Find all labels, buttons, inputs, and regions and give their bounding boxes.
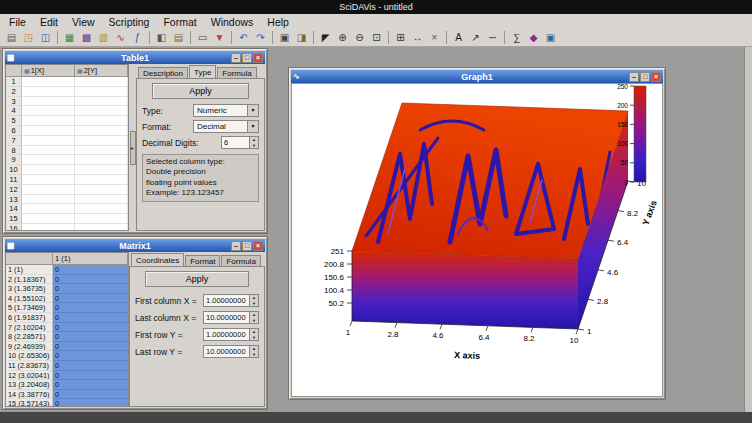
matrix1-corner-cell[interactable] (6, 253, 53, 265)
table-cell[interactable] (22, 195, 75, 205)
matrix-row-header[interactable]: 15 (3.57143) (6, 399, 53, 407)
matrix-row-header[interactable]: 5 (1.73469) (6, 303, 53, 313)
restore-button[interactable]: □ (242, 53, 252, 63)
table-cell[interactable] (22, 204, 75, 214)
matrix-cell[interactable]: 0 (53, 294, 128, 304)
menu-file[interactable]: File (2, 16, 33, 28)
zoom-in-button[interactable]: ⊕ (334, 30, 351, 46)
type-apply-button[interactable]: Apply (152, 83, 249, 99)
spin-down-icon[interactable]: ▼ (250, 143, 258, 149)
row-header[interactable]: 4 (6, 106, 22, 116)
spin-down-icon[interactable]: ▼ (250, 301, 258, 307)
table1-tab-description[interactable]: Description (138, 67, 188, 78)
restore-button[interactable]: □ (242, 241, 252, 251)
export-pdf-button[interactable]: ▼ (211, 30, 228, 46)
menu-view[interactable]: View (65, 16, 102, 28)
close-button[interactable]: × (253, 53, 263, 63)
close-button[interactable]: × (253, 241, 263, 251)
table-cell[interactable] (75, 224, 128, 231)
row-header[interactable]: 7 (6, 136, 22, 146)
spin-down-icon[interactable]: ▼ (250, 318, 258, 324)
table-cell[interactable] (75, 185, 128, 195)
row-header[interactable]: 8 (6, 146, 22, 156)
coord-field-spinbox[interactable]: 1.00000000▲▼ (203, 294, 259, 307)
table-cell[interactable] (22, 77, 75, 87)
matrix-row-header[interactable]: 12 (3.02041) (6, 371, 53, 381)
table-cell[interactable] (22, 155, 75, 165)
undo-button[interactable]: ↶ (235, 30, 252, 46)
table-cell[interactable] (75, 165, 128, 175)
new-table-button[interactable]: ▦ (61, 30, 78, 46)
table-cell[interactable] (22, 146, 75, 156)
table-cell[interactable] (75, 204, 128, 214)
matrix-row-header[interactable]: 11 (2.83673) (6, 361, 53, 371)
table-cell[interactable] (75, 97, 128, 107)
row-header[interactable]: 13 (6, 195, 22, 205)
graph1-titlebar[interactable]: ∿ Graph1 –□× (291, 70, 663, 83)
matrix-row-header[interactable]: 4 (1.55102) (6, 294, 53, 304)
table-cell[interactable] (22, 214, 75, 224)
table1-panel-collapse[interactable]: ▸ (129, 64, 136, 231)
table-cell[interactable] (22, 224, 75, 231)
table-cell[interactable] (75, 87, 128, 97)
table1-tab-type[interactable]: Type (189, 65, 216, 78)
graph1-canvas[interactable]: 251200.8150.6100.450.2 12.84.66.48.210 1… (291, 83, 663, 397)
matrix-cell[interactable]: 0 (53, 390, 128, 400)
decimal-digits-spinbox[interactable]: 6 ▲▼ (221, 136, 259, 149)
table-cell[interactable] (75, 214, 128, 224)
matrix1-titlebar[interactable]: ▩ Matrix1 –□× (5, 239, 265, 252)
new-project-button[interactable]: ▤ (3, 30, 20, 46)
table-cell[interactable] (75, 136, 128, 146)
matrix-cell[interactable]: 0 (53, 313, 128, 323)
matrix1-column-header[interactable]: 1 (1) (53, 253, 128, 265)
table1-titlebar[interactable]: ▦ Table1 –□× (5, 51, 265, 64)
remove-data-points-button[interactable]: × (426, 30, 443, 46)
matrix-row-header[interactable]: 9 (2.46939) (6, 342, 53, 352)
move-data-points-button[interactable]: ↔ (409, 30, 426, 46)
spin-down-icon[interactable]: ▼ (250, 352, 258, 358)
matrix-row-header[interactable]: 14 (3.38776) (6, 390, 53, 400)
table1-column-header-2[interactable]: ▦ 2[Y] (75, 65, 128, 77)
row-header[interactable]: 10 (6, 165, 22, 175)
menu-edit[interactable]: Edit (33, 16, 65, 28)
matrix-cell[interactable]: 0 (53, 303, 128, 313)
close-button[interactable]: × (651, 72, 661, 82)
matrix-row-header[interactable]: 3 (1.36735) (6, 284, 53, 294)
menu-format[interactable]: Format (156, 16, 203, 28)
coord-field-spinbox[interactable]: 1.00000000▲▼ (203, 328, 259, 341)
row-header[interactable]: 1 (6, 77, 22, 87)
plot-wizard-button[interactable]: ◆ (525, 30, 542, 46)
table-cell[interactable] (75, 126, 128, 136)
save-project-button[interactable]: ◫ (37, 30, 54, 46)
matrix-cell[interactable]: 0 (53, 371, 128, 381)
spinner-arrows[interactable]: ▲▼ (249, 137, 258, 148)
matrix-cell[interactable]: 0 (53, 380, 128, 390)
add-text-button[interactable]: A (450, 30, 467, 46)
row-header[interactable]: 6 (6, 126, 22, 136)
format-combobox[interactable]: Decimal ▾ (193, 120, 259, 133)
spinner-arrows[interactable]: ▲▼ (249, 346, 258, 357)
row-header[interactable]: 15 (6, 214, 22, 224)
menu-windows[interactable]: Windows (204, 16, 261, 28)
table-cell[interactable] (75, 195, 128, 205)
table-cell[interactable] (22, 165, 75, 175)
coord-field-spinbox[interactable]: 10.0000000▲▼ (203, 345, 259, 358)
table-cell[interactable] (22, 185, 75, 195)
spin-down-icon[interactable]: ▼ (250, 335, 258, 341)
restore-button[interactable]: □ (640, 72, 650, 82)
matrix-cell[interactable]: 0 (53, 265, 128, 275)
project-explorer-button[interactable]: ◧ (153, 30, 170, 46)
new-function-plot-button[interactable]: ƒ (129, 30, 146, 46)
pointer-button[interactable]: ◤ (317, 30, 334, 46)
minimize-button[interactable]: – (231, 53, 241, 63)
table-cell[interactable] (22, 175, 75, 185)
table-cell[interactable] (75, 146, 128, 156)
matrix-cell[interactable]: 0 (53, 342, 128, 352)
coords-apply-button[interactable]: Apply (145, 271, 249, 287)
draw-arrow-button[interactable]: ↗ (467, 30, 484, 46)
matrix-cell[interactable]: 0 (53, 275, 128, 285)
open-project-button[interactable]: ◳ (20, 30, 37, 46)
matrix-cell[interactable]: 0 (53, 399, 128, 407)
table-cell[interactable] (75, 77, 128, 87)
table-cell[interactable] (22, 97, 75, 107)
